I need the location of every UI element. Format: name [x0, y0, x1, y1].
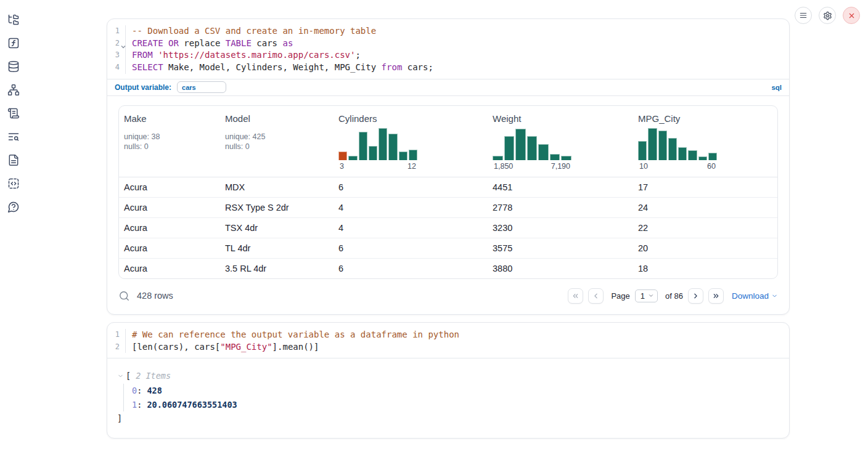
help-chat-icon	[7, 201, 20, 213]
table-footer: 428 rows Page 1 of 86	[107, 279, 789, 314]
column-stats: unique: 38nulls: 0	[124, 132, 215, 152]
table-cell: 4	[334, 198, 488, 217]
data-table: Makeunique: 38nulls: 0Modelunique: 425nu…	[118, 105, 778, 279]
table-cell: 6	[334, 177, 488, 197]
table-search-button[interactable]	[118, 290, 130, 302]
histogram-bar	[379, 128, 387, 160]
table-cell: 3575	[488, 238, 633, 258]
column-header-cylinders[interactable]: Cylinders312	[334, 106, 488, 177]
previous-page-button[interactable]	[588, 288, 604, 304]
table-cell: 6	[334, 238, 488, 258]
table-row: AcuraTSX 4dr4323022	[119, 218, 777, 238]
first-page-button[interactable]	[568, 288, 583, 304]
notebook-menu-button[interactable]	[795, 7, 812, 24]
histogram-axis: 1,8507,190	[493, 162, 571, 171]
sidebar-item-dependency-graph[interactable]	[7, 84, 20, 96]
python-editor[interactable]: 1# We can reference the output variable …	[107, 323, 789, 358]
tree-collapse-button[interactable]	[117, 373, 124, 379]
chevron-right-icon	[692, 292, 700, 300]
table-cell: Acura	[119, 218, 220, 238]
column-histogram: 312	[338, 127, 417, 171]
file-tree-icon	[7, 14, 20, 26]
table-cell: 22	[633, 218, 777, 238]
table-cell: Acura	[119, 198, 220, 217]
code-line: 2CREATE OR replace TABLE cars as	[107, 38, 789, 50]
table-cell: 2778	[488, 198, 633, 217]
chevron-down-icon	[771, 293, 778, 299]
notebook: 1-- Download a CSV and create an in-memo…	[107, 18, 790, 439]
close-icon	[848, 12, 856, 20]
column-header-mpg_city[interactable]: MPG_City1060	[633, 106, 777, 177]
column-header-weight[interactable]: Weight1,8507,190	[488, 106, 633, 177]
table-cell: 20	[633, 238, 777, 258]
settings-button[interactable]	[819, 7, 836, 24]
table-cell: TL 4dr	[220, 238, 334, 258]
language-badge[interactable]: sql	[771, 84, 782, 91]
python-output: [ 2 Items 0: 4281: 20.060747663551403 ]	[107, 358, 789, 438]
code-line: 1# We can reference the output variable …	[107, 329, 789, 341]
database-icon	[7, 60, 20, 73]
tree-entry: 0: 428	[132, 384, 779, 398]
line-number: 1	[107, 25, 126, 38]
chevron-left-icon	[592, 292, 600, 300]
table-row: Acura3.5 RL 4dr6388018	[119, 259, 777, 278]
column-header-model[interactable]: Modelunique: 425nulls: 0	[220, 106, 334, 177]
output-variable-input[interactable]	[177, 81, 226, 93]
page-total-label: of 86	[665, 291, 683, 301]
hamburger-menu-icon	[799, 11, 808, 20]
histogram-bar	[359, 132, 367, 160]
table-cell: 4451	[488, 177, 633, 197]
table-row: AcuraTL 4dr6357520	[119, 238, 777, 259]
column-header-make[interactable]: Makeunique: 38nulls: 0	[119, 106, 220, 177]
chevron-down-icon	[117, 373, 124, 379]
histogram-bar	[658, 131, 667, 160]
sidebar-item-variables[interactable]	[7, 37, 20, 49]
download-button[interactable]: Download	[732, 291, 778, 301]
page-select[interactable]: 1	[635, 289, 658, 302]
column-stats: unique: 425nulls: 0	[225, 132, 329, 152]
histogram-axis: 312	[338, 162, 417, 171]
table-row: AcuraRSX Type S 2dr4277824	[119, 198, 777, 218]
column-name: Cylinders	[338, 113, 483, 124]
table-row: AcuraMDX6445117	[119, 177, 777, 198]
column-name: MPG_City	[638, 113, 772, 124]
code-text: [len(cars), cars["MPG_City"].mean()]	[126, 341, 319, 354]
sidebar-item-file-tree[interactable]	[7, 14, 20, 26]
table-cell: 17	[633, 177, 777, 197]
sql-editor[interactable]: 1-- Download a CSV and create an in-memo…	[107, 19, 789, 79]
line-number: 4	[107, 62, 126, 74]
code-text: -- Download a CSV and create an in-memor…	[126, 25, 376, 38]
sidebar-item-datasources[interactable]	[7, 60, 20, 73]
sidebar-item-documentation[interactable]	[7, 154, 20, 166]
table-cell: 3230	[488, 218, 633, 238]
column-name: Make	[124, 113, 215, 124]
page-label: Page	[611, 291, 629, 301]
tree-open-bracket: [	[126, 370, 131, 382]
sidebar-item-help[interactable]	[7, 201, 20, 213]
histogram-bar	[399, 152, 407, 160]
last-page-button[interactable]	[708, 288, 724, 304]
sidebar-item-scratchpad[interactable]	[7, 107, 20, 119]
table-body: AcuraMDX6445117AcuraRSX Type S 2dr427782…	[119, 177, 777, 278]
line-number: 2	[107, 341, 126, 354]
sidebar-item-logs[interactable]	[7, 131, 20, 143]
scroll-icon	[7, 107, 20, 119]
next-page-button[interactable]	[688, 288, 703, 304]
histogram-bar	[698, 156, 707, 160]
sidebar-item-snippets[interactable]	[7, 177, 20, 190]
code-text: SELECT Make, Model, Cylinders, Weight, M…	[126, 62, 433, 74]
histogram-bar	[638, 141, 647, 160]
tree-close-bracket: ]	[117, 412, 779, 424]
table-cell: TSX 4dr	[220, 218, 334, 238]
histogram-bar	[388, 134, 397, 160]
table-cell: 4	[334, 218, 488, 238]
table-cell: Acura	[119, 238, 220, 258]
download-label: Download	[732, 291, 769, 301]
code-text: # We can reference the output variable a…	[126, 329, 459, 341]
histogram-axis: 1060	[638, 162, 717, 171]
code-line: 2[len(cars), cars["MPG_City"].mean()]	[107, 341, 789, 354]
shutdown-button[interactable]	[843, 7, 860, 24]
window-controls	[795, 7, 860, 24]
row-count: 428 rows	[137, 291, 173, 301]
histogram-bar	[678, 147, 687, 160]
